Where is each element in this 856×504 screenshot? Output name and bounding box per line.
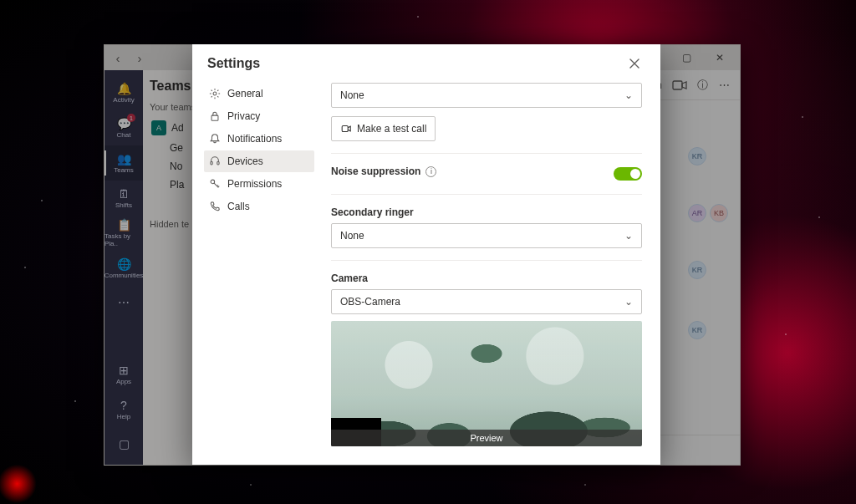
speaker-dropdown[interactable]: None ⌄	[331, 83, 642, 108]
camera-preview: Preview	[331, 321, 642, 446]
nav-label: Permissions	[227, 178, 282, 190]
nav-label: Notifications	[227, 133, 282, 145]
nav-devices[interactable]: Devices	[204, 150, 314, 172]
svg-rect-5	[217, 161, 219, 165]
preview-label: Preview	[470, 433, 502, 443]
test-call-icon	[340, 123, 352, 135]
dropdown-value: None	[340, 89, 364, 101]
nav-label: Calls	[227, 201, 250, 212]
label-text: Secondary ringer	[331, 206, 414, 218]
nav-notifications[interactable]: Notifications	[204, 128, 314, 150]
nav-general[interactable]: General	[204, 83, 314, 104]
key-icon	[209, 178, 221, 190]
svg-point-2	[213, 92, 217, 95]
preview-bar: Preview	[331, 430, 642, 446]
settings-title: Settings	[207, 56, 260, 71]
nav-permissions[interactable]: Permissions	[204, 173, 314, 195]
svg-rect-4	[211, 161, 212, 165]
chevron-down-icon: ⌄	[624, 89, 633, 101]
nav-calls[interactable]: Calls	[204, 196, 314, 217]
settings-close-button[interactable]	[624, 53, 645, 74]
phone-icon	[209, 201, 221, 212]
nav-privacy[interactable]: Privacy	[204, 105, 314, 127]
dropdown-value: OBS-Camera	[340, 296, 400, 308]
button-label: Make a test call	[357, 123, 426, 135]
camera-dropdown[interactable]: OBS-Camera ⌄	[331, 289, 642, 314]
settings-dialog: Settings General Privacy Notifications D…	[192, 44, 660, 465]
chevron-down-icon: ⌄	[624, 230, 633, 242]
chevron-down-icon: ⌄	[624, 296, 633, 308]
label-text: Noise suppression	[331, 165, 420, 177]
gear-icon	[209, 88, 221, 99]
settings-content: None ⌄ Make a test call Noise suppressio…	[321, 83, 660, 465]
label-text: Camera	[331, 272, 368, 284]
svg-point-6	[211, 180, 215, 184]
svg-rect-7	[342, 126, 348, 132]
secondary-ringer-dropdown[interactable]: None ⌄	[331, 223, 642, 248]
noise-suppression-label: Noise suppression i	[331, 165, 436, 177]
camera-label: Camera	[331, 272, 642, 284]
close-icon	[629, 59, 639, 69]
noise-suppression-toggle[interactable]	[614, 167, 642, 181]
secondary-ringer-label: Secondary ringer	[331, 206, 642, 218]
headset-icon	[209, 155, 221, 167]
svg-rect-3	[211, 115, 218, 120]
info-icon[interactable]: i	[425, 166, 436, 177]
nav-label: General	[227, 88, 263, 99]
bell-icon	[209, 133, 221, 145]
dropdown-value: None	[340, 230, 364, 242]
make-test-call-button[interactable]: Make a test call	[331, 116, 436, 141]
settings-nav: General Privacy Notifications Devices Pe…	[192, 83, 321, 465]
lock-icon	[209, 110, 221, 122]
nav-label: Devices	[227, 155, 263, 167]
nav-label: Privacy	[227, 110, 260, 122]
